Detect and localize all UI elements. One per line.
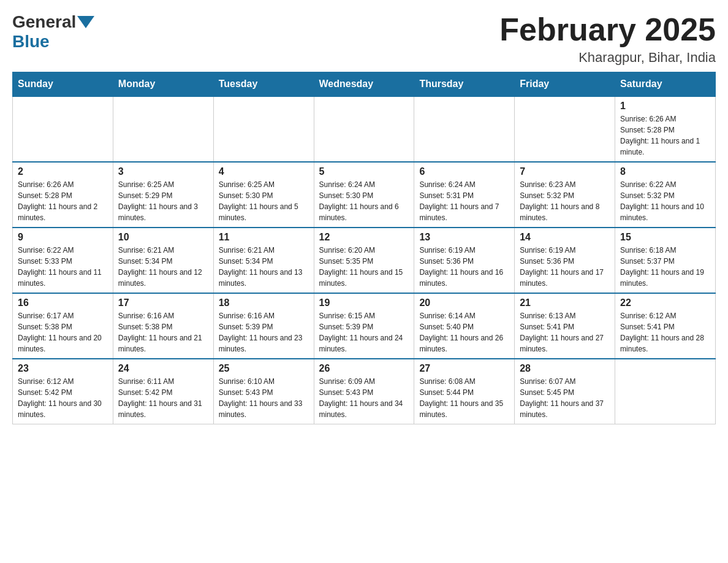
day-number: 9: [18, 232, 108, 243]
day-number: 26: [319, 363, 409, 374]
logo-triangle-icon: [77, 16, 94, 28]
day-number: 22: [620, 297, 710, 308]
day-number: 27: [419, 363, 509, 374]
day-number: 21: [520, 297, 610, 308]
calendar-cell: [414, 96, 515, 162]
day-number: 2: [18, 166, 108, 177]
day-info: Sunrise: 6:22 AM Sunset: 5:32 PM Dayligh…: [620, 179, 710, 223]
day-info: Sunrise: 6:16 AM Sunset: 5:39 PM Dayligh…: [219, 310, 309, 354]
calendar-cell: 7Sunrise: 6:23 AM Sunset: 5:32 PM Daylig…: [515, 162, 615, 228]
calendar-header-saturday: Saturday: [615, 72, 716, 97]
calendar-cell: 20Sunrise: 6:14 AM Sunset: 5:40 PM Dayli…: [414, 293, 515, 359]
calendar-cell: 13Sunrise: 6:19 AM Sunset: 5:36 PM Dayli…: [414, 228, 515, 293]
calendar-cell: 9Sunrise: 6:22 AM Sunset: 5:33 PM Daylig…: [13, 228, 113, 293]
day-info: Sunrise: 6:21 AM Sunset: 5:34 PM Dayligh…: [219, 245, 309, 289]
day-info: Sunrise: 6:15 AM Sunset: 5:39 PM Dayligh…: [319, 310, 409, 354]
day-number: 25: [219, 363, 309, 374]
day-info: Sunrise: 6:22 AM Sunset: 5:33 PM Dayligh…: [18, 245, 108, 289]
day-number: 4: [219, 166, 309, 177]
calendar-cell: 16Sunrise: 6:17 AM Sunset: 5:38 PM Dayli…: [13, 293, 113, 359]
calendar-cell: [615, 359, 716, 424]
day-info: Sunrise: 6:11 AM Sunset: 5:42 PM Dayligh…: [118, 376, 208, 420]
day-number: 13: [419, 232, 509, 243]
day-number: 23: [18, 363, 108, 374]
day-info: Sunrise: 6:12 AM Sunset: 5:41 PM Dayligh…: [620, 310, 710, 354]
week-row-5: 23Sunrise: 6:12 AM Sunset: 5:42 PM Dayli…: [13, 359, 716, 424]
calendar-cell: [113, 96, 213, 162]
week-row-2: 2Sunrise: 6:26 AM Sunset: 5:28 PM Daylig…: [13, 162, 716, 228]
calendar-cell: 11Sunrise: 6:21 AM Sunset: 5:34 PM Dayli…: [213, 228, 314, 293]
calendar-cell: 27Sunrise: 6:08 AM Sunset: 5:44 PM Dayli…: [414, 359, 515, 424]
day-number: 17: [118, 297, 208, 308]
day-info: Sunrise: 6:19 AM Sunset: 5:36 PM Dayligh…: [419, 245, 509, 289]
calendar-cell: 12Sunrise: 6:20 AM Sunset: 5:35 PM Dayli…: [314, 228, 414, 293]
calendar-header-row: SundayMondayTuesdayWednesdayThursdayFrid…: [13, 72, 716, 97]
calendar-header-thursday: Thursday: [414, 72, 515, 97]
calendar-header-monday: Monday: [113, 72, 213, 97]
day-number: 24: [118, 363, 208, 374]
day-info: Sunrise: 6:25 AM Sunset: 5:29 PM Dayligh…: [118, 179, 208, 223]
day-number: 1: [620, 101, 710, 112]
day-info: Sunrise: 6:26 AM Sunset: 5:28 PM Dayligh…: [620, 113, 710, 158]
day-number: 6: [419, 166, 509, 177]
day-number: 8: [620, 166, 710, 177]
calendar-cell: 4Sunrise: 6:25 AM Sunset: 5:30 PM Daylig…: [213, 162, 314, 228]
day-info: Sunrise: 6:26 AM Sunset: 5:28 PM Dayligh…: [18, 179, 108, 223]
day-number: 18: [219, 297, 309, 308]
location: Kharagpur, Bihar, India: [499, 50, 716, 66]
logo-blue-text: Blue: [12, 32, 50, 52]
calendar-cell: [213, 96, 314, 162]
day-info: Sunrise: 6:14 AM Sunset: 5:40 PM Dayligh…: [419, 310, 509, 354]
calendar-header-sunday: Sunday: [13, 72, 113, 97]
day-info: Sunrise: 6:20 AM Sunset: 5:35 PM Dayligh…: [319, 245, 409, 289]
day-number: 5: [319, 166, 409, 177]
day-number: 7: [520, 166, 610, 177]
calendar-cell: 3Sunrise: 6:25 AM Sunset: 5:29 PM Daylig…: [113, 162, 213, 228]
day-number: 11: [219, 232, 309, 243]
day-number: 20: [419, 297, 509, 308]
week-row-3: 9Sunrise: 6:22 AM Sunset: 5:33 PM Daylig…: [13, 228, 716, 293]
calendar-cell: 18Sunrise: 6:16 AM Sunset: 5:39 PM Dayli…: [213, 293, 314, 359]
calendar-cell: 22Sunrise: 6:12 AM Sunset: 5:41 PM Dayli…: [615, 293, 716, 359]
day-info: Sunrise: 6:18 AM Sunset: 5:37 PM Dayligh…: [620, 245, 710, 289]
calendar-cell: 10Sunrise: 6:21 AM Sunset: 5:34 PM Dayli…: [113, 228, 213, 293]
day-info: Sunrise: 6:10 AM Sunset: 5:43 PM Dayligh…: [219, 376, 309, 420]
calendar-cell: 26Sunrise: 6:09 AM Sunset: 5:43 PM Dayli…: [314, 359, 414, 424]
day-info: Sunrise: 6:24 AM Sunset: 5:30 PM Dayligh…: [319, 179, 409, 223]
calendar-cell: 8Sunrise: 6:22 AM Sunset: 5:32 PM Daylig…: [615, 162, 716, 228]
calendar-cell: 25Sunrise: 6:10 AM Sunset: 5:43 PM Dayli…: [213, 359, 314, 424]
day-info: Sunrise: 6:17 AM Sunset: 5:38 PM Dayligh…: [18, 310, 108, 354]
calendar-cell: 15Sunrise: 6:18 AM Sunset: 5:37 PM Dayli…: [615, 228, 716, 293]
calendar-header-tuesday: Tuesday: [213, 72, 314, 97]
day-number: 28: [520, 363, 610, 374]
day-number: 14: [520, 232, 610, 243]
calendar-cell: 28Sunrise: 6:07 AM Sunset: 5:45 PM Dayli…: [515, 359, 615, 424]
logo: General Blue: [12, 12, 96, 52]
calendar-table: SundayMondayTuesdayWednesdayThursdayFrid…: [12, 72, 716, 424]
calendar-cell: 5Sunrise: 6:24 AM Sunset: 5:30 PM Daylig…: [314, 162, 414, 228]
day-number: 16: [18, 297, 108, 308]
day-info: Sunrise: 6:13 AM Sunset: 5:41 PM Dayligh…: [520, 310, 610, 354]
calendar-header-friday: Friday: [515, 72, 615, 97]
calendar-cell: 24Sunrise: 6:11 AM Sunset: 5:42 PM Dayli…: [113, 359, 213, 424]
day-info: Sunrise: 6:23 AM Sunset: 5:32 PM Dayligh…: [520, 179, 610, 223]
logo-general-text: General: [12, 12, 76, 32]
calendar-cell: [314, 96, 414, 162]
day-number: 12: [319, 232, 409, 243]
day-number: 19: [319, 297, 409, 308]
title-section: February 2025 Kharagpur, Bihar, India: [499, 12, 716, 66]
calendar-cell: 23Sunrise: 6:12 AM Sunset: 5:42 PM Dayli…: [13, 359, 113, 424]
day-info: Sunrise: 6:08 AM Sunset: 5:44 PM Dayligh…: [419, 376, 509, 420]
calendar-cell: [515, 96, 615, 162]
day-info: Sunrise: 6:09 AM Sunset: 5:43 PM Dayligh…: [319, 376, 409, 420]
day-info: Sunrise: 6:16 AM Sunset: 5:38 PM Dayligh…: [118, 310, 208, 354]
day-number: 3: [118, 166, 208, 177]
day-number: 10: [118, 232, 208, 243]
calendar-cell: 21Sunrise: 6:13 AM Sunset: 5:41 PM Dayli…: [515, 293, 615, 359]
calendar-cell: 19Sunrise: 6:15 AM Sunset: 5:39 PM Dayli…: [314, 293, 414, 359]
calendar-cell: 6Sunrise: 6:24 AM Sunset: 5:31 PM Daylig…: [414, 162, 515, 228]
month-title: February 2025: [499, 12, 716, 47]
day-info: Sunrise: 6:19 AM Sunset: 5:36 PM Dayligh…: [520, 245, 610, 289]
calendar-cell: [13, 96, 113, 162]
week-row-4: 16Sunrise: 6:17 AM Sunset: 5:38 PM Dayli…: [13, 293, 716, 359]
